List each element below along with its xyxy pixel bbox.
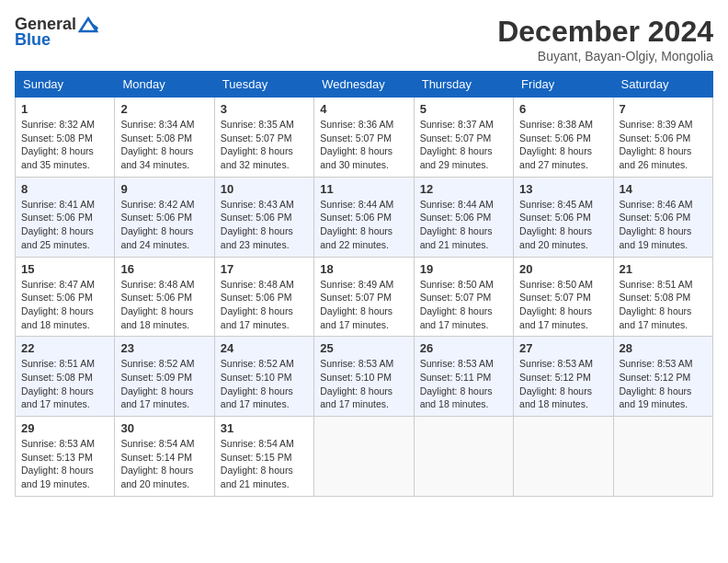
calendar-cell: 7Sunrise: 8:39 AM Sunset: 5:06 PM Daylig… bbox=[613, 98, 712, 178]
day-number: 7 bbox=[620, 102, 707, 116]
logo-icon bbox=[78, 17, 98, 33]
calendar-cell bbox=[414, 417, 513, 497]
day-number: 16 bbox=[120, 262, 208, 276]
calendar-cell: 28Sunrise: 8:53 AM Sunset: 5:12 PM Dayli… bbox=[613, 337, 712, 417]
day-number: 11 bbox=[320, 182, 407, 196]
day-info: Sunrise: 8:45 AM Sunset: 5:06 PM Dayligh… bbox=[519, 198, 607, 252]
day-info: Sunrise: 8:32 AM Sunset: 5:08 PM Dayligh… bbox=[21, 118, 108, 172]
title-area: December 2024 Buyant, Bayan-Olgiy, Mongo… bbox=[497, 15, 713, 63]
day-number: 28 bbox=[620, 341, 707, 355]
day-number: 20 bbox=[519, 262, 607, 276]
day-info: Sunrise: 8:51 AM Sunset: 5:08 PM Dayligh… bbox=[21, 357, 108, 411]
calendar-cell: 2Sunrise: 8:34 AM Sunset: 5:08 PM Daylig… bbox=[115, 98, 214, 178]
calendar-cell: 18Sunrise: 8:49 AM Sunset: 5:07 PM Dayli… bbox=[314, 257, 414, 337]
day-info: Sunrise: 8:53 AM Sunset: 5:12 PM Dayligh… bbox=[519, 357, 607, 411]
day-info: Sunrise: 8:34 AM Sunset: 5:08 PM Dayligh… bbox=[120, 118, 208, 172]
day-number: 10 bbox=[221, 182, 308, 196]
calendar-cell: 12Sunrise: 8:44 AM Sunset: 5:06 PM Dayli… bbox=[414, 177, 513, 257]
day-info: Sunrise: 8:50 AM Sunset: 5:07 PM Dayligh… bbox=[420, 278, 507, 332]
day-info: Sunrise: 8:37 AM Sunset: 5:07 PM Dayligh… bbox=[420, 118, 507, 172]
day-info: Sunrise: 8:36 AM Sunset: 5:07 PM Dayligh… bbox=[320, 118, 407, 172]
calendar-cell: 6Sunrise: 8:38 AM Sunset: 5:06 PM Daylig… bbox=[514, 98, 613, 178]
day-number: 21 bbox=[620, 262, 707, 276]
day-info: Sunrise: 8:44 AM Sunset: 5:06 PM Dayligh… bbox=[320, 198, 407, 252]
calendar-week-2: 8Sunrise: 8:41 AM Sunset: 5:06 PM Daylig… bbox=[16, 177, 713, 257]
calendar-cell: 10Sunrise: 8:43 AM Sunset: 5:06 PM Dayli… bbox=[214, 177, 313, 257]
location: Buyant, Bayan-Olgiy, Mongolia bbox=[497, 49, 713, 63]
day-info: Sunrise: 8:47 AM Sunset: 5:06 PM Dayligh… bbox=[21, 278, 108, 332]
day-number: 25 bbox=[320, 341, 407, 355]
calendar-cell: 9Sunrise: 8:42 AM Sunset: 5:06 PM Daylig… bbox=[115, 177, 214, 257]
calendar-cell: 16Sunrise: 8:48 AM Sunset: 5:06 PM Dayli… bbox=[115, 257, 214, 337]
day-number: 26 bbox=[420, 341, 507, 355]
svg-marker-1 bbox=[88, 20, 98, 31]
calendar-cell: 15Sunrise: 8:47 AM Sunset: 5:06 PM Dayli… bbox=[16, 257, 115, 337]
day-number: 2 bbox=[120, 102, 208, 116]
header-sunday: Sunday bbox=[16, 72, 115, 98]
calendar-header: Sunday Monday Tuesday Wednesday Thursday… bbox=[16, 72, 713, 98]
calendar-cell: 5Sunrise: 8:37 AM Sunset: 5:07 PM Daylig… bbox=[414, 98, 513, 178]
day-number: 5 bbox=[420, 102, 507, 116]
day-number: 3 bbox=[221, 102, 308, 116]
day-info: Sunrise: 8:48 AM Sunset: 5:06 PM Dayligh… bbox=[120, 278, 208, 332]
calendar-week-4: 22Sunrise: 8:51 AM Sunset: 5:08 PM Dayli… bbox=[16, 337, 713, 417]
header: General Blue December 2024 Buyant, Bayan… bbox=[15, 15, 713, 63]
day-number: 15 bbox=[21, 262, 108, 276]
day-number: 24 bbox=[221, 341, 308, 355]
calendar-cell: 30Sunrise: 8:54 AM Sunset: 5:14 PM Dayli… bbox=[115, 417, 214, 497]
days-header-row: Sunday Monday Tuesday Wednesday Thursday… bbox=[16, 72, 713, 98]
header-saturday: Saturday bbox=[613, 72, 712, 98]
calendar-cell: 13Sunrise: 8:45 AM Sunset: 5:06 PM Dayli… bbox=[514, 177, 613, 257]
calendar-cell: 21Sunrise: 8:51 AM Sunset: 5:08 PM Dayli… bbox=[613, 257, 712, 337]
logo: General Blue bbox=[15, 15, 98, 50]
day-number: 8 bbox=[21, 182, 108, 196]
calendar-cell: 31Sunrise: 8:54 AM Sunset: 5:15 PM Dayli… bbox=[214, 417, 313, 497]
calendar-cell: 1Sunrise: 8:32 AM Sunset: 5:08 PM Daylig… bbox=[16, 98, 115, 178]
day-number: 29 bbox=[21, 421, 108, 435]
day-number: 22 bbox=[21, 341, 108, 355]
day-info: Sunrise: 8:52 AM Sunset: 5:10 PM Dayligh… bbox=[221, 357, 308, 411]
calendar-cell: 22Sunrise: 8:51 AM Sunset: 5:08 PM Dayli… bbox=[16, 337, 115, 417]
calendar-cell bbox=[514, 417, 613, 497]
day-info: Sunrise: 8:38 AM Sunset: 5:06 PM Dayligh… bbox=[519, 118, 607, 172]
day-info: Sunrise: 8:48 AM Sunset: 5:06 PM Dayligh… bbox=[221, 278, 308, 332]
header-friday: Friday bbox=[514, 72, 613, 98]
day-info: Sunrise: 8:41 AM Sunset: 5:06 PM Dayligh… bbox=[21, 198, 108, 252]
day-number: 14 bbox=[620, 182, 707, 196]
header-thursday: Thursday bbox=[414, 72, 513, 98]
day-number: 30 bbox=[120, 421, 208, 435]
calendar-cell: 4Sunrise: 8:36 AM Sunset: 5:07 PM Daylig… bbox=[314, 98, 414, 178]
day-number: 17 bbox=[221, 262, 308, 276]
day-info: Sunrise: 8:53 AM Sunset: 5:10 PM Dayligh… bbox=[320, 357, 407, 411]
day-info: Sunrise: 8:39 AM Sunset: 5:06 PM Dayligh… bbox=[620, 118, 707, 172]
day-number: 31 bbox=[221, 421, 308, 435]
calendar-week-5: 29Sunrise: 8:53 AM Sunset: 5:13 PM Dayli… bbox=[16, 417, 713, 497]
day-number: 9 bbox=[120, 182, 208, 196]
calendar-cell: 3Sunrise: 8:35 AM Sunset: 5:07 PM Daylig… bbox=[214, 98, 313, 178]
day-info: Sunrise: 8:50 AM Sunset: 5:07 PM Dayligh… bbox=[519, 278, 607, 332]
calendar-cell: 17Sunrise: 8:48 AM Sunset: 5:06 PM Dayli… bbox=[214, 257, 313, 337]
calendar-cell: 11Sunrise: 8:44 AM Sunset: 5:06 PM Dayli… bbox=[314, 177, 414, 257]
day-info: Sunrise: 8:53 AM Sunset: 5:13 PM Dayligh… bbox=[21, 437, 108, 491]
day-number: 12 bbox=[420, 182, 507, 196]
header-monday: Monday bbox=[115, 72, 214, 98]
day-info: Sunrise: 8:44 AM Sunset: 5:06 PM Dayligh… bbox=[420, 198, 507, 252]
month-title: December 2024 bbox=[497, 15, 713, 49]
day-info: Sunrise: 8:46 AM Sunset: 5:06 PM Dayligh… bbox=[620, 198, 707, 252]
day-number: 1 bbox=[21, 102, 108, 116]
calendar-cell: 24Sunrise: 8:52 AM Sunset: 5:10 PM Dayli… bbox=[214, 337, 313, 417]
day-number: 19 bbox=[420, 262, 507, 276]
day-info: Sunrise: 8:53 AM Sunset: 5:11 PM Dayligh… bbox=[420, 357, 507, 411]
day-info: Sunrise: 8:54 AM Sunset: 5:14 PM Dayligh… bbox=[120, 437, 208, 491]
day-info: Sunrise: 8:52 AM Sunset: 5:09 PM Dayligh… bbox=[120, 357, 208, 411]
day-info: Sunrise: 8:49 AM Sunset: 5:07 PM Dayligh… bbox=[320, 278, 407, 332]
calendar-cell bbox=[314, 417, 414, 497]
day-info: Sunrise: 8:43 AM Sunset: 5:06 PM Dayligh… bbox=[221, 198, 308, 252]
day-info: Sunrise: 8:53 AM Sunset: 5:12 PM Dayligh… bbox=[620, 357, 707, 411]
day-number: 6 bbox=[519, 102, 607, 116]
calendar-body: 1Sunrise: 8:32 AM Sunset: 5:08 PM Daylig… bbox=[16, 98, 713, 497]
header-wednesday: Wednesday bbox=[314, 72, 414, 98]
day-info: Sunrise: 8:42 AM Sunset: 5:06 PM Dayligh… bbox=[120, 198, 208, 252]
calendar-cell bbox=[613, 417, 712, 497]
calendar-cell: 14Sunrise: 8:46 AM Sunset: 5:06 PM Dayli… bbox=[613, 177, 712, 257]
